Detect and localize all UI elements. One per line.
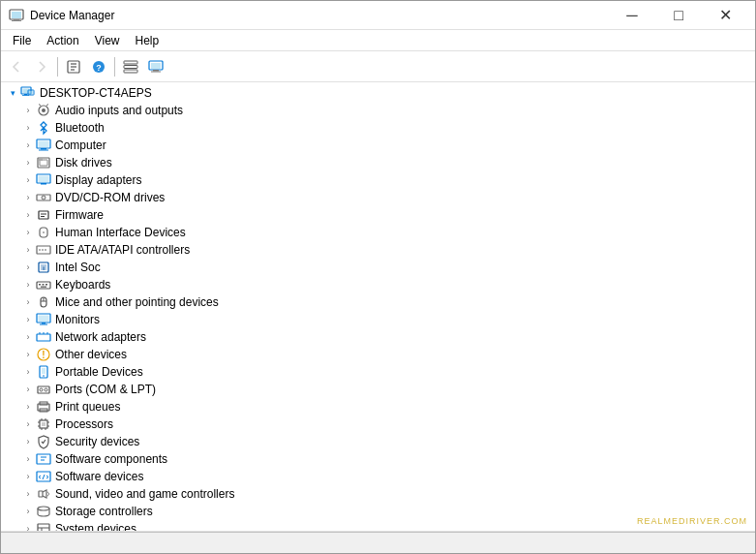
tree-item[interactable]: ›Ports (COM & LPT) [1, 381, 755, 398]
print-icon [36, 399, 51, 415]
tree-item[interactable]: ›DVD/CD-ROM drives [1, 189, 755, 206]
expand-arrow[interactable]: › [20, 172, 36, 188]
expand-arrow[interactable]: › [20, 277, 36, 292]
software-comp-icon [36, 451, 51, 467]
other-icon: ! [36, 347, 51, 362]
svg-rect-35 [39, 176, 49, 183]
expand-arrow[interactable]: › [20, 416, 36, 432]
tree-item-label: DVD/CD-ROM drives [55, 191, 165, 204]
expand-arrow[interactable]: › [20, 399, 36, 415]
svg-rect-11 [124, 65, 137, 68]
menu-action[interactable]: Action [39, 32, 86, 49]
tree-root[interactable]: ▾ DESKTOP-CT4AEPS [1, 84, 755, 102]
expand-arrow[interactable]: › [20, 486, 36, 502]
computer-button[interactable] [144, 55, 167, 78]
hid-icon [36, 225, 51, 240]
root-expand-arrow[interactable]: ▾ [5, 85, 20, 101]
tree-item[interactable]: ›!Other devices [1, 346, 755, 363]
svg-rect-14 [151, 63, 161, 69]
menu-view[interactable]: View [87, 32, 128, 49]
sound-icon [36, 486, 51, 502]
tree-item-label: Print queues [55, 400, 120, 414]
svg-text:!: ! [42, 350, 45, 360]
tree-view[interactable]: ▾ DESKTOP-CT4AEPS ›Audio inputs and outp… [1, 82, 755, 531]
menu-file[interactable]: File [5, 32, 39, 49]
expand-arrow[interactable]: › [20, 504, 36, 519]
tree-item[interactable]: ›Portable Devices [1, 363, 755, 381]
tree-item-label: Network adapters [55, 330, 146, 344]
svg-rect-30 [39, 150, 48, 151]
tree-item[interactable]: ›IDE ATA/ATAPI controllers [1, 241, 755, 259]
tree-item[interactable]: ›Display adapters [1, 171, 755, 189]
tree-item-label: Portable Devices [55, 365, 143, 379]
expand-arrow[interactable]: › [20, 382, 36, 397]
svg-line-25 [39, 105, 41, 107]
expand-arrow[interactable]: › [20, 155, 36, 170]
menu-help[interactable]: Help [128, 32, 167, 49]
forward-button[interactable] [30, 55, 53, 78]
expand-arrow[interactable]: › [20, 207, 36, 223]
minimize-button[interactable]: ─ [610, 1, 654, 30]
close-button[interactable]: ✕ [703, 1, 747, 30]
expand-arrow[interactable]: › [20, 294, 36, 310]
expand-arrow[interactable]: › [20, 521, 36, 531]
back-button[interactable] [5, 55, 28, 78]
expand-arrow[interactable]: › [20, 260, 36, 275]
tree-item-label: System devices [55, 522, 136, 531]
expand-arrow[interactable]: › [20, 347, 36, 362]
svg-rect-56 [41, 287, 46, 288]
expand-arrow[interactable]: › [20, 434, 36, 449]
svg-rect-63 [40, 324, 47, 325]
tree-item[interactable]: ›Sound, video and game controllers [1, 485, 755, 503]
tree-item[interactable]: ›Firmware [1, 206, 755, 224]
svg-rect-40 [39, 211, 48, 219]
maximize-button[interactable]: □ [656, 1, 701, 30]
tree-item[interactable]: ›Computer [1, 137, 755, 154]
svg-rect-45 [37, 246, 50, 254]
tree-item[interactable]: ›Human Interface Devices [1, 224, 755, 241]
tree-item[interactable]: ›Network adapters [1, 328, 755, 346]
expand-arrow[interactable]: › [20, 364, 36, 380]
svg-point-39 [44, 198, 45, 199]
processor-icon [36, 416, 51, 432]
toolbar-sep-1 [57, 57, 58, 77]
svg-point-24 [42, 108, 45, 112]
tree-item[interactable]: ›Security devices [1, 433, 755, 450]
expand-arrow[interactable]: › [20, 225, 36, 240]
tree-item[interactable]: ›iIntel Soc [1, 259, 755, 276]
tree-item[interactable]: ›Disk drives [1, 154, 755, 171]
tree-item[interactable]: ›Bluetooth [1, 119, 755, 137]
properties-button[interactable] [62, 55, 85, 78]
tree-item[interactable]: ›Storage controllers [1, 503, 755, 520]
tree-item[interactable]: ›Software devices [1, 468, 755, 485]
tree-item[interactable]: ›Monitors [1, 311, 755, 328]
menu-bar: File Action View Help [1, 30, 755, 51]
tree-item[interactable]: ›Mice and other pointing devices [1, 293, 755, 311]
app-icon [9, 8, 24, 23]
expand-arrow[interactable]: › [20, 190, 36, 205]
expand-arrow[interactable]: › [20, 451, 36, 467]
mouse-icon [36, 294, 51, 310]
tree-item[interactable]: ›Keyboards [1, 276, 755, 293]
expand-arrow[interactable]: › [20, 103, 36, 118]
tree-item-label: Firmware [55, 208, 104, 222]
tree-item-label: Human Interface Devices [55, 226, 186, 239]
tree-item[interactable]: ›System devices [1, 520, 755, 531]
tree-item[interactable]: ›Print queues [1, 398, 755, 416]
expand-arrow[interactable]: › [20, 138, 36, 153]
tree-item[interactable]: ›Processors [1, 416, 755, 433]
tree-item-label: Audio inputs and outputs [55, 104, 183, 117]
tree-item-label: Software components [55, 452, 167, 466]
toolbar-sep-2 [114, 57, 115, 77]
help-button[interactable]: ? [87, 55, 110, 78]
listview-button[interactable] [119, 55, 142, 78]
expand-arrow[interactable]: › [20, 242, 36, 258]
svg-rect-62 [42, 323, 45, 324]
expand-arrow[interactable]: › [20, 312, 36, 327]
expand-arrow[interactable]: › [20, 120, 36, 136]
svg-point-72 [43, 375, 45, 377]
expand-arrow[interactable]: › [20, 329, 36, 345]
tree-item[interactable]: ›Software components [1, 450, 755, 468]
tree-item[interactable]: ›Audio inputs and outputs [1, 102, 755, 119]
expand-arrow[interactable]: › [20, 469, 36, 484]
